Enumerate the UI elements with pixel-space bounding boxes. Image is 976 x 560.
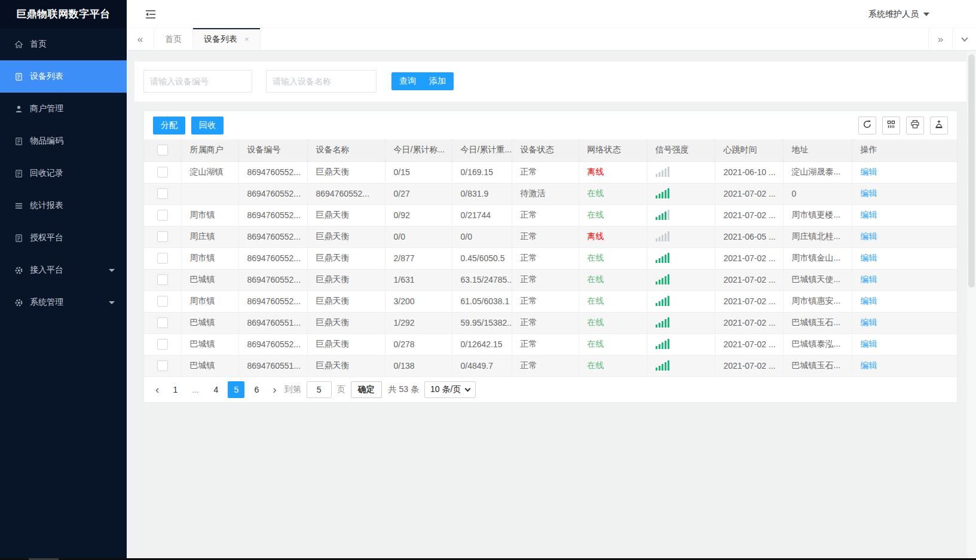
sidebar-item-首页[interactable]: 首页 xyxy=(0,28,127,60)
edit-link[interactable]: 编辑 xyxy=(861,274,877,284)
clipboard-icon xyxy=(14,233,24,243)
cell-actions: 编辑 xyxy=(852,355,957,377)
edit-link[interactable]: 编辑 xyxy=(861,296,877,305)
tabs-scroll-right-button[interactable]: » xyxy=(928,28,952,50)
edit-link[interactable]: 编辑 xyxy=(861,339,877,348)
sidebar-item-回收记录[interactable]: 回收记录 xyxy=(0,157,127,189)
cell-heartbeat-time: 2021-07-02 ... xyxy=(715,333,783,355)
cell-today-total-count: 1/631 xyxy=(385,269,452,290)
column-header: 心跳时间 xyxy=(715,139,783,161)
close-icon[interactable]: × xyxy=(244,35,249,43)
row-checkbox[interactable] xyxy=(157,210,168,221)
tabs-scroll-left-button[interactable]: « xyxy=(127,28,154,50)
cell-today-total-count: 0/278 xyxy=(385,333,452,355)
cell-today-total-weight: 0/169.15 xyxy=(452,161,512,183)
user-menu[interactable]: 系统维护人员 xyxy=(868,0,929,28)
cell-device-name: 巨鼎天衡 xyxy=(307,247,385,269)
row-checkbox[interactable] xyxy=(157,231,168,242)
cell-heartbeat-time: 2021-07-02 ... xyxy=(715,183,783,204)
goto-page-label: 到第 xyxy=(284,384,301,395)
row-checkbox[interactable] xyxy=(157,296,168,307)
recycle-button[interactable]: 回收 xyxy=(191,117,224,134)
cell-actions: 编辑 xyxy=(852,161,957,183)
cell-heartbeat-time: 2021-07-02 ... xyxy=(715,247,783,269)
cell-signal-strength xyxy=(647,333,715,355)
sidebar-item-系统管理[interactable]: 系统管理 xyxy=(0,286,127,319)
cell-device-status: 正常 xyxy=(512,333,579,355)
select-all-checkbox[interactable] xyxy=(157,145,168,155)
cell-network-status: 在线 xyxy=(579,204,647,226)
app-logo: 巨鼎物联网数字平台 xyxy=(0,0,127,28)
confirm-page-button[interactable]: 确定 xyxy=(351,381,382,398)
next-page-icon[interactable]: › xyxy=(270,384,279,395)
row-checkbox[interactable] xyxy=(157,317,168,328)
tabs-holder: 首页设备列表× xyxy=(154,28,261,50)
table-row: 巴城镇8694760552...巨鼎天衡1/63163.15/24785...正… xyxy=(144,269,957,290)
export-button[interactable] xyxy=(930,117,948,134)
table-row: 周市镇8694760552...巨鼎天衡0/920/21744正常在线2021-… xyxy=(144,204,957,226)
sidebar-item-设备列表[interactable]: 设备列表 xyxy=(0,60,127,93)
previous-page-icon[interactable]: ‹ xyxy=(153,384,161,395)
chevron-down-icon xyxy=(465,385,471,391)
row-checkbox[interactable] xyxy=(157,339,168,350)
print-button[interactable] xyxy=(906,117,924,134)
sidebar-item-label: 统计报表 xyxy=(30,200,63,211)
cell-actions: 编辑 xyxy=(852,183,957,204)
cell-today-total-weight: 59.95/15382... xyxy=(452,312,512,333)
sidebar-item-label: 设备列表 xyxy=(30,71,63,82)
columns-button[interactable] xyxy=(882,117,900,134)
query-button[interactable]: 查询 xyxy=(391,72,424,90)
device-name-input[interactable] xyxy=(266,70,377,93)
sidebar-item-接入平台[interactable]: 接入平台 xyxy=(0,254,127,286)
tabs-menu-button[interactable] xyxy=(952,28,976,50)
edit-link[interactable]: 编辑 xyxy=(861,360,877,370)
page-number-4[interactable]: 4 xyxy=(207,381,224,398)
add-button[interactable]: 添加 xyxy=(421,72,454,90)
cell-merchant: 周市镇 xyxy=(181,204,238,226)
sidebar-item-授权平台[interactable]: 授权平台 xyxy=(0,222,127,254)
tab-设备列表[interactable]: 设备列表× xyxy=(193,28,261,50)
signal-strength-bars-icon xyxy=(656,166,669,177)
export-icon xyxy=(934,120,944,131)
tab-首页[interactable]: 首页 xyxy=(154,28,193,50)
signal-strength-bars-icon xyxy=(656,338,669,349)
edit-link[interactable]: 编辑 xyxy=(861,167,877,176)
refresh-button[interactable] xyxy=(858,117,876,134)
sidebar-toggle-icon[interactable] xyxy=(145,8,157,20)
cell-device-number: 8694760552... xyxy=(238,247,307,269)
device-number-input[interactable] xyxy=(143,70,252,93)
clipboard-icon xyxy=(14,169,24,178)
page-number-6[interactable]: 6 xyxy=(248,381,265,398)
assign-button[interactable]: 分配 xyxy=(153,117,185,134)
cell-network-status: 在线 xyxy=(579,333,647,355)
sidebar-item-统计报表[interactable]: 统计报表 xyxy=(0,189,127,222)
table-row: 周庄镇8694760552...巨鼎天衡0/00/0正常离线2021-06-05… xyxy=(144,226,957,247)
cell-today-total-weight: 0/21744 xyxy=(452,204,512,226)
edit-link[interactable]: 编辑 xyxy=(861,253,877,262)
vertical-scrollbar-thumb[interactable] xyxy=(968,54,975,287)
table-row: 巴城镇8694760551...巨鼎天衡0/1380/4849.7正常在线202… xyxy=(144,355,957,377)
row-checkbox[interactable] xyxy=(157,188,168,199)
edit-link[interactable]: 编辑 xyxy=(861,188,877,198)
row-checkbox[interactable] xyxy=(157,274,168,285)
cell-merchant: 周市镇 xyxy=(181,247,238,269)
cell-heartbeat-time: 2021-07-02 ... xyxy=(715,269,783,290)
cell-heartbeat-time: 2021-07-02 ... xyxy=(715,204,783,226)
edit-link[interactable]: 编辑 xyxy=(861,231,877,241)
row-select-cell xyxy=(144,290,181,312)
row-select-cell xyxy=(144,226,181,247)
row-checkbox[interactable] xyxy=(157,167,168,178)
edit-link[interactable]: 编辑 xyxy=(861,317,877,327)
page-number-5[interactable]: 5 xyxy=(228,381,244,398)
page-size-select[interactable]: 10 条/页 xyxy=(424,381,476,398)
column-header: 网络状态 xyxy=(579,139,647,161)
sidebar-item-物品编码[interactable]: 物品编码 xyxy=(0,125,127,157)
row-checkbox[interactable] xyxy=(157,360,168,371)
vertical-scrollbar[interactable] xyxy=(967,51,976,558)
cell-device-status: 待激活 xyxy=(512,183,579,204)
sidebar-item-商户管理[interactable]: 商户管理 xyxy=(0,93,127,125)
goto-page-input[interactable] xyxy=(307,381,332,398)
edit-link[interactable]: 编辑 xyxy=(861,210,877,219)
page-number-1[interactable]: 1 xyxy=(167,381,183,398)
row-checkbox[interactable] xyxy=(157,253,168,264)
